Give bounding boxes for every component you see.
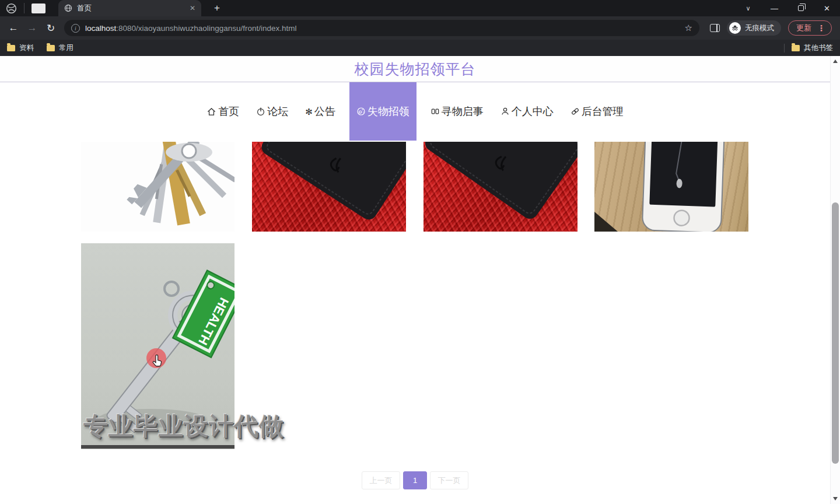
forward-button[interactable]: → (23, 19, 41, 37)
click-highlight (146, 348, 166, 368)
update-label: 更新 (796, 23, 811, 33)
item-card-wallet[interactable] (424, 142, 578, 232)
browser-toolbar: ← → ↻ i localhost:8080/xiaoyaunshiwuzhao… (0, 16, 840, 40)
incognito-badge: 无痕模式 (727, 20, 781, 36)
site-info-icon[interactable]: i (71, 24, 80, 33)
restore-button[interactable] (788, 0, 814, 16)
watermark-text: 专业毕业设计代做 (83, 410, 284, 443)
nav-label: 寻物启事 (442, 104, 484, 118)
item-card-phone[interactable] (594, 142, 748, 232)
folder-icon (47, 45, 55, 51)
nav-item-forum[interactable]: 论坛 (253, 82, 291, 141)
nav-item-home[interactable]: 首页 (204, 82, 242, 141)
main-nav: 首页 论坛 ✻ 公告 失物招领 (0, 82, 830, 141)
nav-item-seek-notice[interactable]: 寻物启事 (428, 82, 487, 141)
wallet-photo (252, 142, 406, 232)
home-icon (206, 107, 216, 117)
other-bookmarks-button[interactable]: 其他书签 (792, 43, 833, 53)
reload-button[interactable]: ↻ (42, 19, 60, 37)
hand-cursor-icon (152, 355, 163, 368)
wallet-photo (424, 142, 578, 232)
divider (24, 3, 24, 13)
browser-tab[interactable]: 首页 ✕ (58, 0, 201, 16)
user-icon (501, 107, 510, 116)
bookmarks-bar: 资料 常用 其他书签 (0, 40, 840, 56)
phone-photo (594, 142, 748, 232)
screen: 首页 ✕ + ∨ — ✕ ← → ↻ i localhost:8080/xiao… (0, 0, 840, 504)
scrollbar[interactable] (830, 56, 840, 504)
current-page-button[interactable]: 1 (403, 471, 427, 489)
minimize-button[interactable]: — (761, 0, 788, 16)
tab-search-chevron-icon[interactable]: ∨ (735, 0, 761, 16)
site-header: 校园失物招领平台 (0, 56, 830, 82)
menu-dots-icon[interactable]: ⋮ (817, 23, 825, 33)
incognito-label: 无痕模式 (745, 23, 774, 33)
nav-label: 论坛 (267, 104, 288, 118)
nav-label: 后台管理 (582, 104, 624, 118)
incognito-icon (729, 22, 741, 34)
announcement-icon: ✻ (305, 107, 313, 116)
nav-item-announcements[interactable]: ✻ 公告 (302, 82, 338, 141)
back-button[interactable]: ← (5, 19, 22, 37)
bookmark-label: 资料 (19, 43, 34, 53)
seek-notice-icon (430, 107, 440, 116)
update-button[interactable]: 更新 ⋮ (788, 20, 832, 36)
web-page: 校园失物招领平台 首页 论坛 ✻ 公告 (0, 56, 830, 504)
scrollbar-thumb[interactable] (832, 202, 839, 464)
bookmark-label: 常用 (59, 43, 74, 53)
prev-page-button[interactable]: 上一页 (362, 471, 400, 489)
pagination: 上一页 1 下一页 (0, 471, 830, 489)
nav-item-lost-found[interactable]: 失物招领 (349, 82, 416, 141)
side-panel-icon[interactable] (710, 24, 720, 32)
bookmark-item[interactable]: 常用 (47, 43, 74, 53)
nav-item-user-center[interactable]: 个人中心 (498, 82, 556, 141)
scrollbar-up-icon[interactable] (833, 60, 838, 63)
scrollbar-down-icon[interactable] (833, 497, 838, 501)
nav-label: 个人中心 (512, 104, 554, 118)
url-host: localhost (85, 24, 116, 33)
tab-title: 首页 (77, 4, 185, 13)
item-card-keys[interactable] (81, 142, 235, 232)
folder-icon (7, 45, 15, 51)
browser-tabstrip: 首页 ✕ + ∨ — ✕ (0, 0, 840, 16)
nav-label: 首页 (218, 104, 239, 118)
next-page-button[interactable]: 下一页 (430, 471, 468, 489)
divider (784, 44, 785, 52)
url-text: localhost:8080/xiaoyaunshiwuzhaolinggans… (85, 24, 680, 33)
item-card-wallet[interactable] (252, 142, 406, 232)
page-title: 校园失物招领平台 (355, 60, 476, 79)
browser-logo-icon (6, 3, 17, 14)
address-bar[interactable]: i localhost:8080/xiaoyaunshiwuzhaolingga… (64, 20, 699, 36)
window-preview-icon[interactable] (32, 4, 46, 13)
tab-close-icon[interactable]: ✕ (190, 4, 195, 12)
video-progress-bar (81, 445, 235, 449)
keys-photo (81, 142, 235, 232)
nav-label: 失物招领 (368, 104, 410, 118)
new-tab-button[interactable]: + (209, 2, 225, 14)
bookmark-item[interactable]: 资料 (7, 43, 34, 53)
lost-found-icon (356, 107, 366, 116)
admin-link-icon (570, 107, 580, 116)
nav-item-admin[interactable]: 后台管理 (568, 82, 626, 141)
tab-favicon-globe-icon (64, 4, 72, 12)
url-path: :8080/xiaoyaunshiwuzhaolinggansu/front/i… (116, 24, 296, 33)
nav-label: 公告 (314, 104, 335, 118)
forum-icon (256, 107, 265, 116)
window-controls: ∨ — ✕ (735, 0, 840, 16)
bookmark-star-icon[interactable]: ☆ (685, 23, 692, 33)
restore-icon (798, 5, 804, 11)
close-window-button[interactable]: ✕ (814, 0, 840, 16)
folder-icon (792, 45, 800, 51)
other-bookmarks-label: 其他书签 (804, 43, 833, 53)
